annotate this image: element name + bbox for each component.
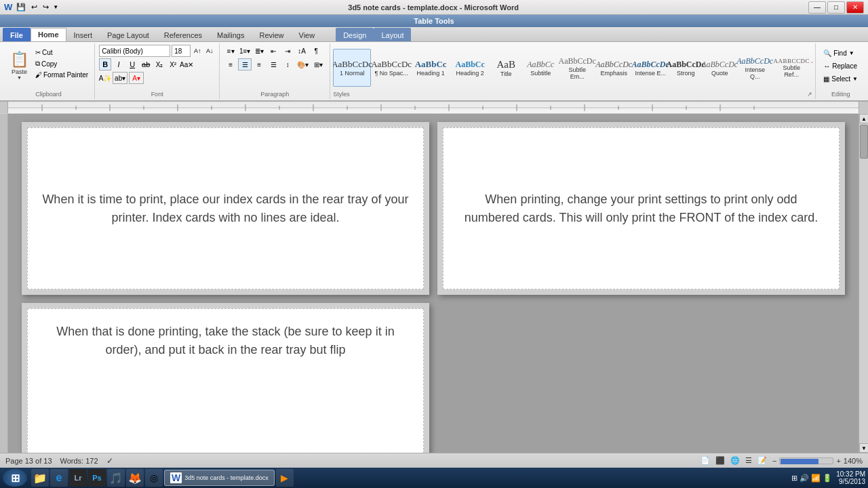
clear-format-button[interactable]: Aa✕ (180, 58, 193, 70)
left-sidebar (0, 114, 8, 453)
superscript-button[interactable]: X² (167, 58, 179, 70)
view-web-btn[interactable]: 🌐 (730, 456, 740, 465)
tab-layout[interactable]: Layout (374, 28, 411, 41)
tab-references[interactable]: References (157, 28, 210, 41)
font-color-button[interactable]: A▾ (129, 72, 144, 84)
taskbar-lightroom[interactable]: Lr (69, 469, 87, 487)
bullets-button[interactable]: ≡▾ (224, 45, 237, 57)
scroll-thumb[interactable] (860, 125, 868, 159)
taskbar-firefox[interactable]: 🦊 (126, 469, 144, 487)
clock: 10:32 PM 9/5/2013 (836, 470, 865, 485)
font-name-input[interactable]: Calibri (Body) (99, 45, 170, 57)
style-subtle-ref[interactable]: AaBbCcDc Subtle Ref... (774, 49, 809, 87)
view-print-btn[interactable]: 📄 (701, 456, 710, 465)
sort-button[interactable]: ↕A (295, 45, 309, 57)
align-center-button[interactable]: ☰ (238, 58, 252, 70)
tab-page-layout[interactable]: Page Layout (100, 28, 157, 41)
style-subtle-em[interactable]: AaBbCcDc Subtle Em... (559, 49, 595, 87)
view-outline-btn[interactable]: ☰ (745, 456, 752, 465)
style-intense-em[interactable]: AaBbCcDc Intense E... (633, 49, 668, 87)
font-grow-button[interactable]: A↑ (192, 45, 203, 56)
underline-button[interactable]: U (126, 58, 138, 70)
show-formatting-button[interactable]: ¶ (309, 45, 323, 57)
decrease-indent-button[interactable]: ⇤ (267, 45, 280, 57)
style-normal[interactable]: AaBbCcDc 1 Normal (333, 49, 371, 87)
view-full-screen-btn[interactable]: ⬛ (715, 456, 725, 465)
line-spacing-button[interactable]: ↕ (281, 58, 294, 70)
card-page-1[interactable]: When it is time to print, place our inde… (22, 122, 429, 295)
tab-file[interactable]: File (3, 28, 31, 41)
card-page-2[interactable]: When printing, change your print setting… (437, 122, 845, 295)
style-title[interactable]: AaB Title (490, 49, 521, 87)
style-intense-q[interactable]: AaBbCcDc Intense Q... (737, 49, 772, 87)
zoom-controls[interactable]: − + 140% (772, 457, 863, 465)
table-tools-bar: Table Tools (0, 15, 868, 27)
align-left-button[interactable]: ≡ (224, 58, 237, 70)
card-inner-3: When that is done printing, take the sta… (27, 308, 424, 453)
text-effect-button[interactable]: A✨ (99, 72, 111, 84)
style-subtitle[interactable]: AaBbCc Subtitle (523, 49, 558, 87)
style-intense-r[interactable]: AaBbCcDc Intense R... (810, 49, 812, 87)
copy-button[interactable]: ⧉ Copy (33, 58, 90, 69)
spell-check-icon[interactable]: ✓ (106, 456, 113, 466)
clipboard-group: 📋 Paste ▼ ✂ Cut ⧉ Copy 🖌 Format Painter … (3, 43, 95, 99)
start-button[interactable]: ⊞ (3, 469, 27, 487)
tab-view[interactable]: View (292, 28, 323, 41)
italic-button[interactable]: I (113, 58, 125, 70)
format-painter-button[interactable]: 🖌 Format Painter (33, 70, 90, 80)
increase-indent-button[interactable]: ⇥ (281, 45, 294, 57)
shading-button[interactable]: 🎨▾ (295, 58, 310, 70)
cut-button[interactable]: ✂ Cut (33, 47, 90, 58)
close-button[interactable]: ✕ (846, 1, 864, 14)
taskbar-file-explorer[interactable]: 📁 (31, 469, 49, 487)
maximize-button[interactable]: □ (827, 1, 845, 14)
scroll-down-button[interactable]: ▼ (859, 443, 868, 453)
taskbar-photoshop[interactable]: Ps (88, 469, 106, 487)
tab-mailings[interactable]: Mailings (210, 28, 252, 41)
style-strong[interactable]: AaBbCcDc Strong (669, 49, 702, 87)
styles-dialog-launcher[interactable]: ↗ (807, 91, 812, 98)
multilevel-button[interactable]: ≣▾ (252, 45, 266, 57)
justify-button[interactable]: ☰ (267, 58, 280, 70)
scroll-track[interactable] (859, 123, 868, 443)
replace-button[interactable]: ↔Replace (820, 60, 861, 72)
style-heading1[interactable]: AaBbCc Heading 1 (412, 49, 450, 87)
taskbar-ie[interactable]: e (50, 469, 68, 487)
quick-save-btn[interactable]: 💾 (15, 3, 27, 12)
quick-access-dropdown[interactable]: ▼ (53, 4, 58, 10)
scroll-up-button[interactable]: ▲ (859, 114, 868, 123)
taskbar-word-active[interactable]: W 3d5 note cards - template.docx (164, 470, 275, 486)
tab-design[interactable]: Design (336, 28, 374, 41)
style-heading2[interactable]: AaBbCc Heading 2 (451, 49, 489, 87)
font-size-input[interactable]: 18 (172, 45, 191, 57)
window-title: 3d5 note cards - template.docx - Microso… (348, 3, 519, 12)
taskbar-vlc[interactable]: ▶ (276, 469, 294, 487)
style-quote[interactable]: AaBbCcDc Quote (703, 49, 736, 87)
style-no-space[interactable]: AaBbCcDc ¶ No Spac... (372, 49, 410, 87)
card-page-3[interactable]: When that is done printing, take the sta… (22, 303, 429, 453)
subscript-button[interactable]: X₂ (153, 58, 165, 70)
highlight-button[interactable]: ab▾ (113, 72, 127, 84)
quick-undo-btn[interactable]: ↩ (30, 3, 39, 12)
font-shrink-button[interactable]: A↓ (204, 45, 215, 56)
taskbar-media[interactable]: 🎵 (107, 469, 125, 487)
view-draft-btn[interactable]: 📝 (757, 456, 767, 465)
paste-button[interactable]: 📋 Paste ▼ (7, 46, 32, 84)
align-right-button[interactable]: ≡ (252, 58, 266, 70)
style-emphasis[interactable]: AaBbCcDc Emphasis (596, 49, 631, 87)
find-button[interactable]: 🔍Find▼ (820, 47, 857, 59)
strikethrough-button[interactable]: ab (140, 58, 152, 70)
minimize-button[interactable]: — (808, 1, 826, 14)
quick-redo-btn[interactable]: ↪ (41, 3, 50, 12)
taskbar-chrome[interactable]: ◎ (145, 469, 163, 487)
right-scrollbar[interactable]: ▲ ▼ (859, 114, 868, 453)
card-text-2: When printing, change your print setting… (457, 190, 825, 227)
tab-home[interactable]: Home (31, 28, 66, 41)
bold-button[interactable]: B (99, 58, 111, 70)
numbering-button[interactable]: 1≡▾ (238, 45, 252, 57)
tab-insert[interactable]: Insert (66, 28, 100, 41)
font-group-label: Font (99, 91, 215, 98)
tab-review[interactable]: Review (252, 28, 291, 41)
select-button[interactable]: ▦Select▼ (820, 73, 861, 85)
border-button[interactable]: ⊞▾ (311, 58, 326, 70)
